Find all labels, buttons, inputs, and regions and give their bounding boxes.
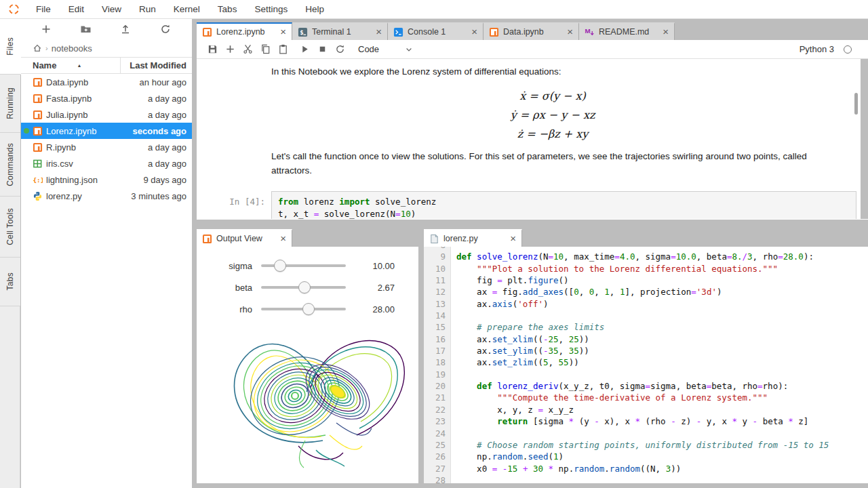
sidebar-tab-commands[interactable]: Commands xyxy=(0,133,20,197)
dock-tab-console-1[interactable]: Console 1× xyxy=(388,22,484,40)
code-line: def lorenz_deriv(x_y_z, t0, sigma=sigma,… xyxy=(451,380,868,392)
new-folder-button[interactable] xyxy=(79,22,94,37)
dock-tab-terminal-1[interactable]: $Terminal 1× xyxy=(292,22,388,40)
editor-line-numbers: 8910111213141516171819202122232425262728 xyxy=(424,247,451,483)
menu-view[interactable]: View xyxy=(93,0,130,19)
file-row[interactable]: lorenz.py3 minutes ago xyxy=(21,188,192,204)
new-folder-icon xyxy=(80,24,92,35)
code-cell[interactable]: In [4]: from lorenz import solve_lorenzt… xyxy=(197,191,868,219)
copy-icon xyxy=(260,44,271,54)
code-line: fig = plt.figure() xyxy=(451,274,868,286)
lorenz-attractor-plot xyxy=(197,320,418,479)
slider-handle[interactable] xyxy=(274,260,286,272)
notebook-scrollbar-thumb[interactable] xyxy=(854,93,858,115)
file-row[interactable]: Lorenz.ipynbseconds ago xyxy=(21,123,192,139)
code-line: np.random.seed(1) xyxy=(451,451,868,462)
file-row[interactable]: iris.csva day ago xyxy=(21,155,192,171)
equation-line: ż = −βz + xy xyxy=(237,125,868,144)
refresh-file-list-button[interactable] xyxy=(158,22,173,37)
close-icon[interactable]: × xyxy=(467,27,477,37)
breadcrumb: › notebooks xyxy=(21,39,192,57)
file-modified: an hour ago xyxy=(88,77,192,87)
file-modified: a day ago xyxy=(87,110,192,120)
notebook-panel: Code Python 3 In this Notebook we explor… xyxy=(197,40,868,220)
cell-editor[interactable]: from lorenz import solve_lorenzt, x_t = … xyxy=(271,191,856,219)
notebook-toolbar: Code Python 3 xyxy=(197,40,868,59)
file-row[interactable]: {:}lightning.json9 days ago xyxy=(21,171,192,188)
slider-track[interactable] xyxy=(261,281,346,294)
file-row[interactable]: Julia.ipynba day ago xyxy=(21,106,192,123)
home-icon[interactable] xyxy=(33,43,42,53)
cell-type-dropdown[interactable]: Code xyxy=(358,44,413,54)
restart-kernel-button[interactable] xyxy=(331,41,349,58)
file-name: Julia.ipynb xyxy=(46,110,87,120)
menu-run[interactable]: Run xyxy=(130,0,165,19)
file-row[interactable]: Fasta.ipynba day ago xyxy=(21,90,192,106)
dock-tab-lorenz-ipynb[interactable]: Lorenz.ipynb× xyxy=(197,22,292,40)
file-name: Lorenz.ipynb xyxy=(46,126,96,136)
dock-tab-data-ipynb[interactable]: Data.ipynb× xyxy=(484,22,579,40)
csv-file-icon xyxy=(33,159,43,169)
slider-handle[interactable] xyxy=(302,303,315,315)
kernel-running-dot xyxy=(24,128,29,134)
new-launcher-button[interactable] xyxy=(39,22,54,37)
code-line: ax.axis('off') xyxy=(451,298,868,310)
equation-block: ẋ = σ(y − x) ẏ = ρx − y − xz ż = −βz + x… xyxy=(197,87,868,144)
editor-body[interactable]: 8910111213141516171819202122232425262728… xyxy=(424,247,868,483)
save-button[interactable] xyxy=(203,41,221,58)
editor-code[interactable]: def solve_lorenz(N=10, max_time=4.0, sig… xyxy=(451,247,868,483)
tab-output-view[interactable]: Output View × xyxy=(197,229,292,247)
close-icon[interactable]: × xyxy=(276,27,286,37)
save-icon xyxy=(208,44,218,54)
menu-file[interactable]: File xyxy=(27,0,60,19)
cut-cells-button[interactable] xyxy=(239,41,256,58)
menu-tabs[interactable]: Tabs xyxy=(209,0,246,19)
slider-handle[interactable] xyxy=(298,281,311,293)
sidebar-tab-running[interactable]: Running xyxy=(0,75,20,133)
slider-track[interactable] xyxy=(261,259,346,272)
slider-value: 10.00 xyxy=(346,261,395,271)
code-line: def solve_lorenz(N=10, max_time=4.0, sig… xyxy=(451,251,868,262)
notebook-icon xyxy=(489,27,499,37)
output-view-tabbar: Output View × xyxy=(197,229,418,247)
menu-kernel[interactable]: Kernel xyxy=(165,0,209,19)
sidebar-tab-label: Running xyxy=(5,87,15,119)
column-header-modified[interactable]: Last Modified xyxy=(121,60,192,70)
tab-lorenz-py[interactable]: lorenz.py × xyxy=(424,229,522,247)
code-line: # prepare the axes limits xyxy=(451,321,868,333)
close-icon[interactable]: × xyxy=(506,234,516,243)
stop-kernel-button[interactable] xyxy=(313,41,331,58)
sidebar-tab-files[interactable]: Files xyxy=(0,19,21,75)
column-header-name[interactable]: Name ▲ xyxy=(21,58,121,73)
kernel-name[interactable]: Python 3 xyxy=(800,44,861,54)
file-icon xyxy=(429,234,439,244)
slider-label: rho xyxy=(197,304,261,314)
notebook-content: In this Notebook we explore the Lorenz s… xyxy=(197,59,868,219)
sidebar-tab-tabs[interactable]: Tabs xyxy=(0,258,20,306)
paste-cells-button[interactable] xyxy=(274,41,292,58)
file-row[interactable]: Data.ipynban hour ago xyxy=(21,74,192,90)
close-icon[interactable]: × xyxy=(372,27,382,37)
upload-button[interactable] xyxy=(118,22,133,37)
copy-cells-button[interactable] xyxy=(256,41,274,58)
close-icon[interactable]: × xyxy=(563,27,573,37)
dock-tab-readme-md[interactable]: MREADME.md× xyxy=(579,22,675,40)
file-row[interactable]: R.ipynba day ago xyxy=(21,139,192,155)
menu-edit[interactable]: Edit xyxy=(60,0,93,19)
menu-help[interactable]: Help xyxy=(296,0,333,19)
run-cell-button[interactable] xyxy=(296,41,313,58)
markdown-paragraph: Let's call the function once to view the… xyxy=(271,149,834,178)
close-icon[interactable]: × xyxy=(658,27,669,37)
close-icon[interactable]: × xyxy=(276,234,286,243)
menu-settings[interactable]: Settings xyxy=(245,0,296,19)
slider-row-rho: rho28.00 xyxy=(197,298,418,320)
slider-track[interactable] xyxy=(261,302,346,316)
file-name: lorenz.py xyxy=(46,191,82,201)
code-line: # Choose random starting points, uniform… xyxy=(451,439,868,451)
console-icon xyxy=(393,27,403,37)
tab-label: Data.ipynb xyxy=(503,27,563,37)
sidebar-tab-cell-tools[interactable]: Cell Tools xyxy=(0,197,20,258)
breadcrumb-folder[interactable]: notebooks xyxy=(52,43,92,54)
insert-cell-button[interactable] xyxy=(221,41,239,58)
markdown-icon: M xyxy=(585,27,595,37)
